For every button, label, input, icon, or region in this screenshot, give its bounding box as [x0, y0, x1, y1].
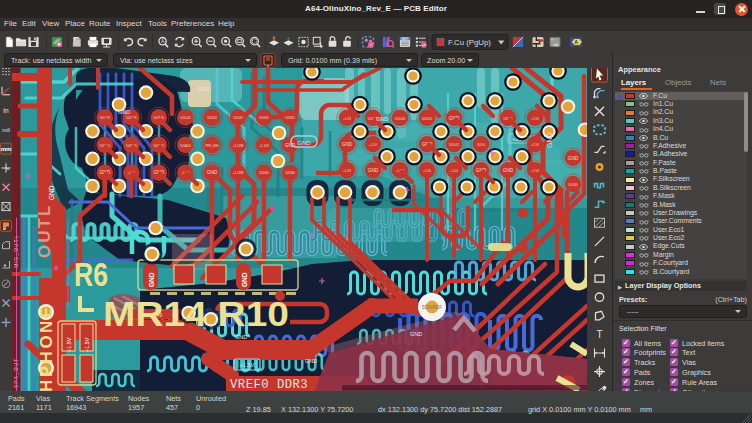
svg-text:GND: GND — [503, 168, 514, 173]
svg-text:GND: GND — [342, 142, 353, 147]
svg-text:+1.5V: +1.5V — [531, 169, 540, 173]
svg-text:A: A — [574, 39, 578, 45]
svg-text:GND: GND — [568, 156, 579, 161]
svg-text:PPS_WH: PPS_WH — [205, 144, 218, 148]
svg-text:505I40: 505I40 — [568, 183, 578, 187]
svg-text:NET: NET — [402, 37, 409, 41]
svg-text:+1.5V: +1.5V — [531, 143, 540, 147]
svg-text:GND: GND — [235, 334, 247, 340]
svg-text:R6: R6 — [74, 256, 108, 293]
svg-text:mm: mm — [1, 146, 12, 152]
svg-text:GND: GND — [118, 109, 130, 115]
svg-text:+1.5V: +1.5V — [531, 117, 540, 121]
svg-text:505A44: 505A44 — [180, 144, 191, 148]
svg-text:505I4: 505I4 — [477, 143, 485, 147]
svg-text:GND: GND — [305, 358, 317, 364]
svg-text:GND: GND — [48, 185, 55, 200]
svg-text:GND: GND — [241, 272, 248, 287]
svg-text:+1.5V: +1.5V — [240, 362, 255, 368]
svg-text:GND: GND — [368, 168, 379, 173]
svg-text:+1.5V: +1.5V — [84, 337, 90, 352]
svg-text:505041: 505041 — [449, 143, 460, 147]
svg-text:505I60: 505I60 — [259, 171, 269, 175]
svg-text:505I43: 505I43 — [207, 116, 217, 120]
svg-text:505I6X: 505I6X — [285, 116, 295, 120]
svg-text:505I6b: 505I6b — [285, 171, 295, 175]
svg-text:+1.5V: +1.5V — [66, 337, 72, 352]
svg-text:VREF0 DDR3: VREF0 DDR3 — [230, 378, 308, 392]
svg-text:GND: GND — [148, 272, 155, 287]
svg-text:+1.5V: +1.5V — [343, 117, 352, 121]
svg-text:MIC_OUTL: MIC_OUTL — [13, 235, 19, 268]
svg-text:+1.1VM: +1.1VM — [233, 171, 244, 175]
svg-text:GND: GND — [546, 132, 553, 148]
svg-text:+1.00: +1.00 — [450, 169, 458, 173]
svg-text:505VREF: 505VREF — [422, 305, 442, 310]
svg-text:mil: mil — [2, 127, 10, 133]
svg-text:+1.1VM: +1.1VM — [233, 144, 244, 148]
svg-text:+1.10V: +1.10V — [259, 144, 270, 148]
svg-text:GND: GND — [376, 116, 388, 122]
svg-text:A: A — [161, 38, 165, 44]
svg-text:+1.5V: +1.5V — [369, 143, 378, 147]
svg-text:GND: GND — [197, 86, 209, 92]
svg-text:OUTL: OUTL — [35, 204, 54, 258]
svg-text:in: in — [3, 107, 9, 114]
svg-text:HPHONE: HPHONE — [37, 304, 56, 392]
svg-text:GND: GND — [410, 331, 422, 337]
svg-text:505I6X: 505I6X — [259, 116, 269, 120]
svg-text:GND: GND — [207, 170, 218, 175]
svg-text:505045: 505045 — [422, 117, 433, 121]
svg-text:505I43: 505I43 — [233, 116, 243, 120]
svg-text:505043: 505043 — [180, 116, 191, 120]
svg-text:GND: GND — [297, 140, 311, 146]
svg-text:MR14 R10: MR14 R10 — [103, 294, 289, 333]
svg-text:+1.50: +1.50 — [423, 169, 431, 173]
svg-text:+1.5V: +1.5V — [343, 169, 352, 173]
svg-text:SPK_OUT: SPK_OUT — [13, 358, 19, 388]
svg-text:T: T — [596, 329, 602, 340]
svg-text:505046: 505046 — [395, 117, 406, 121]
svg-text:F.Cu (PgUp): F.Cu (PgUp) — [448, 38, 491, 47]
